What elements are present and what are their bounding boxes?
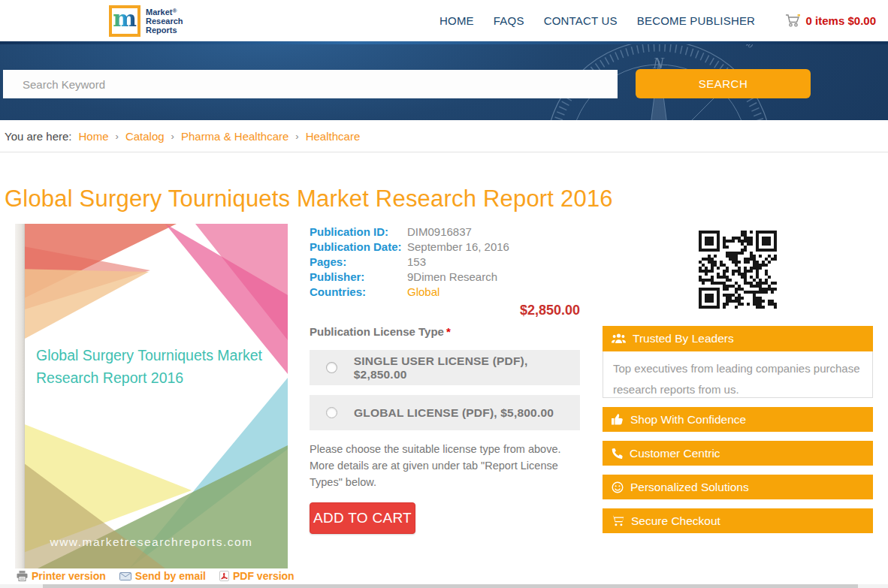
breadcrumb-home[interactable]: Home xyxy=(79,130,109,143)
pdf-version-link[interactable]: PDF version xyxy=(219,570,294,582)
page-title: Global Surgery Tourniquets Market Resear… xyxy=(5,185,613,213)
printer-version-link[interactable]: Printer version xyxy=(17,570,106,582)
license-type-heading: Publication License Type* xyxy=(310,325,580,340)
cover-title: Global Surgery Tourniquets Market Resear… xyxy=(36,344,262,389)
detail-label: Publication Date: xyxy=(310,240,407,253)
trusted-by-leaders-description: Top executives from leading companies pu… xyxy=(603,351,873,398)
license-option-label: GLOBAL LICENSE (PDF), $5,800.00 xyxy=(354,406,554,420)
breadcrumb-catalog[interactable]: Catalog xyxy=(125,130,165,143)
publication-date-value: September 16, 2016 xyxy=(407,240,509,253)
banner-label: Personalized Solutions xyxy=(630,481,749,494)
nav-home[interactable]: HOME xyxy=(439,14,474,27)
detail-row-countries: Countries: Global xyxy=(310,284,580,299)
cover-spine xyxy=(15,224,25,568)
breadcrumb-prefix: You are here: xyxy=(5,130,72,143)
logo-letter: m xyxy=(113,8,137,30)
registered-mark: ® xyxy=(172,8,177,14)
banner-shop-with-confidence[interactable]: Shop With Confidence xyxy=(603,407,873,432)
document-action-links: Printer version Send by email PDF versio… xyxy=(17,570,294,582)
banner-label: Customer Centric xyxy=(630,447,720,460)
search-band: N E 340 0 20 40 SEARCH xyxy=(0,41,888,120)
site-logo[interactable]: m Market® Research Reports xyxy=(109,5,183,37)
top-navbar: m Market® Research Reports HOME FAQS CON… xyxy=(0,0,888,41)
email-icon xyxy=(119,572,131,580)
report-price: $2,850.00 xyxy=(310,303,580,321)
detail-row-pages: Pages: 153 xyxy=(310,254,580,269)
thumbs-up-icon xyxy=(612,414,624,425)
banner-trusted-by-leaders[interactable]: Trusted By Leaders xyxy=(603,326,873,351)
shopping-cart-icon xyxy=(785,14,801,27)
detail-label: Pages: xyxy=(310,255,407,268)
breadcrumb-separator: › xyxy=(171,131,174,142)
cover-artwork xyxy=(15,224,288,568)
nav-faqs[interactable]: FAQS xyxy=(494,14,524,27)
nav-contact-us[interactable]: CONTACT US xyxy=(544,14,618,27)
people-icon xyxy=(612,333,626,344)
horizontal-scrollbar-thumb[interactable] xyxy=(43,584,858,588)
banner-label: Shop With Confidence xyxy=(630,413,746,427)
main-nav: HOME FAQS CONTACT US BECOME PUBLISHER xyxy=(439,0,755,41)
detail-label: Countries: xyxy=(310,285,407,298)
breadcrumb-separator: › xyxy=(295,131,298,142)
detail-row-publication-id: Publication ID: DIM0916837 xyxy=(310,224,580,239)
smiley-icon xyxy=(612,481,624,493)
required-asterisk: * xyxy=(446,325,451,338)
page: m Market® Research Reports HOME FAQS CON… xyxy=(0,0,888,588)
banner-customer-centric[interactable]: Customer Centric xyxy=(603,441,873,466)
nav-become-publisher[interactable]: BECOME PUBLISHER xyxy=(637,14,755,27)
qr-code-wrap xyxy=(699,231,777,312)
send-by-email-link[interactable]: Send by email xyxy=(119,570,206,582)
phone-icon xyxy=(612,448,623,459)
single-user-license-radio[interactable] xyxy=(326,362,337,373)
global-license-radio[interactable] xyxy=(326,407,337,418)
cart-status[interactable]: 0 items $0.00 xyxy=(785,0,876,41)
detail-row-publication-date: Publication Date: September 16, 2016 xyxy=(310,239,580,254)
svg-text:40: 40 xyxy=(744,41,754,50)
search-input[interactable] xyxy=(3,70,618,98)
add-to-cart-button[interactable]: ADD TO CART xyxy=(310,502,415,534)
banner-label: Secure Checkout xyxy=(631,514,720,528)
breadcrumb-pharma-healthcare[interactable]: Pharma & Healthcare xyxy=(181,130,288,143)
license-option-global[interactable]: GLOBAL LICENSE (PDF), $5,800.00 xyxy=(310,395,580,430)
banner-label: Trusted By Leaders xyxy=(633,332,734,345)
logo-mark: m xyxy=(109,5,140,37)
printer-icon xyxy=(17,571,28,581)
pages-value: 153 xyxy=(407,255,426,268)
horizontal-scrollbar-track[interactable] xyxy=(0,584,888,588)
cart-icon xyxy=(612,515,624,526)
breadcrumb-separator: › xyxy=(116,131,119,142)
detail-row-publisher: Publisher: 9Dimen Research xyxy=(310,269,580,284)
license-option-label: SINGLE USER LICENSE (PDF), $2,850.00 xyxy=(354,354,580,381)
countries-link[interactable]: Global xyxy=(407,285,439,298)
breadcrumb: You are here: Home › Catalog › Pharma & … xyxy=(0,120,888,152)
right-sidebar: Trusted By Leaders Top executives from l… xyxy=(603,224,873,533)
detail-label: Publication ID: xyxy=(310,225,407,238)
cover-website-url: www.marketresearchreports.com xyxy=(15,535,288,549)
detail-label: Publisher: xyxy=(310,270,407,283)
banner-personalized-solutions[interactable]: Personalized Solutions xyxy=(603,475,873,499)
logo-wordmark: Market® Research Reports xyxy=(146,8,183,35)
publication-id-value: DIM0916837 xyxy=(407,225,472,238)
search-button[interactable]: SEARCH xyxy=(636,69,811,98)
qr-code xyxy=(699,231,777,309)
publisher-value: 9Dimen Research xyxy=(407,270,497,283)
license-note: Please choose the suitable license type … xyxy=(310,441,580,490)
report-cover-image: Global Surgery Tourniquets Market Resear… xyxy=(15,224,288,568)
pdf-icon xyxy=(219,571,229,581)
publication-details: Publication ID: DIM0916837 Publication D… xyxy=(310,224,580,534)
banner-secure-checkout[interactable]: Secure Checkout xyxy=(603,508,873,533)
cart-count-total: 0 items $0.00 xyxy=(806,14,876,27)
license-option-single-user[interactable]: SINGLE USER LICENSE (PDF), $2,850.00 xyxy=(310,350,580,385)
breadcrumb-healthcare[interactable]: Healthcare xyxy=(306,130,361,143)
